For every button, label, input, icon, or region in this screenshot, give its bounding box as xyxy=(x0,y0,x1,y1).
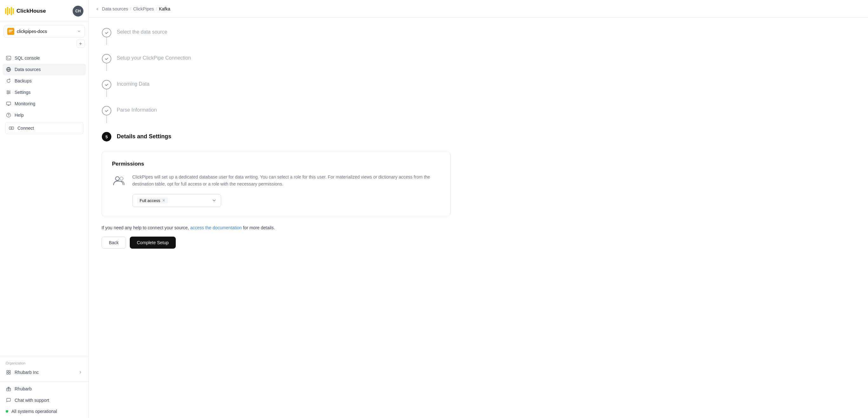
permissions-body: ClickPipes will set up a dedicated datab… xyxy=(112,173,440,207)
organization-section: Organization Rhubarb Inc xyxy=(0,356,89,382)
step-1-circle xyxy=(102,28,111,37)
sidebar-item-data-sources[interactable]: Data sources xyxy=(3,64,86,75)
sidebar-label-backups: Backups xyxy=(14,78,32,84)
workspace-chevron-icon xyxy=(77,29,81,34)
complete-setup-button[interactable]: Complete Setup xyxy=(130,236,176,249)
nav-section: SQL console Data sources Backups Setting… xyxy=(0,50,89,356)
permissions-description: ClickPipes will set up a dedicated datab… xyxy=(132,173,440,188)
sidebar-label-monitoring: Monitoring xyxy=(14,101,35,106)
monitor-icon xyxy=(6,101,11,106)
rhubarb-item[interactable]: Rhubarb xyxy=(3,383,86,394)
main-content: ‹ Data sources / ClickPipes / Kafka Sele… xyxy=(89,0,868,418)
step-3-row: Incoming Data xyxy=(101,80,855,106)
message-icon xyxy=(6,397,11,403)
terminal-icon xyxy=(6,55,11,61)
org-label: Organization xyxy=(3,360,86,367)
svg-rect-6 xyxy=(8,31,12,32)
add-workspace-button[interactable]: + xyxy=(76,40,85,48)
breadcrumb-back-button[interactable]: ‹ xyxy=(96,6,98,12)
breadcrumb-kafka: Kafka xyxy=(159,6,170,11)
svg-rect-2 xyxy=(9,8,10,14)
select-tag-remove[interactable]: ✕ xyxy=(162,198,165,203)
step-3-check-icon xyxy=(104,83,109,87)
chat-support-label: Chat with support xyxy=(14,398,49,403)
org-item[interactable]: Rhubarb Inc xyxy=(3,367,86,378)
connect-label: Connect xyxy=(18,126,34,131)
workspace-left: clickpipes-docs xyxy=(7,28,47,35)
svg-rect-21 xyxy=(9,373,10,374)
step-4-label: Parse Information xyxy=(117,106,157,113)
workspace-name: clickpipes-docs xyxy=(17,29,47,34)
sidebar-label-help: Help xyxy=(14,112,24,118)
breadcrumb-sep-2: / xyxy=(156,6,157,11)
gift-icon xyxy=(6,386,11,392)
step-4-row: Parse Information xyxy=(101,106,855,132)
breadcrumb: Data sources / ClickPipes / Kafka xyxy=(102,6,170,11)
sidebar-item-help[interactable]: Help xyxy=(3,109,86,121)
step-2-circle xyxy=(102,54,111,63)
step-2-label: Setup your ClickPipe Connection xyxy=(117,54,191,61)
workspace-selector[interactable]: clickpipes-docs xyxy=(4,25,85,38)
permissions-select-container: Full access ✕ xyxy=(132,194,440,207)
help-text-prefix: If you need any help to connect your sou… xyxy=(101,225,189,230)
status-item: All systems operational xyxy=(3,406,86,417)
step-2-line xyxy=(101,54,112,71)
org-chevron-icon xyxy=(79,370,83,375)
documentation-link[interactable]: access the documentation xyxy=(190,225,242,230)
back-button[interactable]: Back xyxy=(101,236,126,249)
action-buttons: Back Complete Setup xyxy=(101,236,855,249)
step-1-line xyxy=(101,28,112,45)
sidebar-item-sql-console[interactable]: SQL console xyxy=(3,52,86,64)
select-chevron-icon xyxy=(212,198,216,203)
sidebar-header: ClickHouse CH xyxy=(0,0,89,21)
svg-rect-7 xyxy=(8,32,10,33)
svg-point-11 xyxy=(7,91,8,92)
content-area: Select the data source Setup your ClickP… xyxy=(89,18,868,418)
step-5-circle: 5 xyxy=(102,132,111,141)
select-tag-label: Full access xyxy=(140,198,160,203)
step-2-connector xyxy=(106,63,107,71)
sidebar-item-monitoring[interactable]: Monitoring xyxy=(3,98,86,109)
help-circle-icon xyxy=(6,112,11,118)
org-name: Rhubarb Inc xyxy=(14,370,39,375)
sidebar-item-settings[interactable]: Settings xyxy=(3,87,86,98)
help-text: If you need any help to connect your sou… xyxy=(101,225,451,230)
permissions-users-icon xyxy=(112,173,126,187)
step-4-check-icon xyxy=(104,108,109,113)
step-5-line: 5 xyxy=(101,132,112,141)
app-name: ClickHouse xyxy=(17,8,46,14)
svg-rect-0 xyxy=(5,8,6,14)
step-3-line xyxy=(101,80,112,97)
chat-support-item[interactable]: Chat with support xyxy=(3,394,86,406)
svg-rect-20 xyxy=(7,373,8,374)
topbar: ‹ Data sources / ClickPipes / Kafka xyxy=(89,0,868,18)
connect-button[interactable]: Connect xyxy=(5,122,84,134)
permissions-select[interactable]: Full access ✕ xyxy=(132,194,221,207)
sidebar-item-backups[interactable]: Backups xyxy=(3,75,86,87)
svg-rect-19 xyxy=(9,371,10,372)
svg-rect-3 xyxy=(11,7,12,15)
rhubarb-label: Rhubarb xyxy=(14,386,32,391)
refresh-icon xyxy=(6,78,11,84)
sliders-icon xyxy=(6,90,11,95)
user-avatar[interactable]: CH xyxy=(73,6,84,17)
permissions-card: Permissions ClickPipes will set up a ded… xyxy=(101,152,451,216)
step-4-circle xyxy=(102,106,111,116)
help-text-suffix: for more details. xyxy=(243,225,275,230)
status-label: All systems operational xyxy=(11,409,57,414)
step-3-connector xyxy=(106,90,107,97)
step-5-label: Details and Settings xyxy=(117,132,171,140)
step-3-label: Incoming Data xyxy=(117,80,149,87)
svg-point-16 xyxy=(8,116,8,117)
step-1-connector xyxy=(106,37,107,45)
workspace-icon xyxy=(7,28,14,35)
step-1-check-icon xyxy=(104,30,109,35)
step-3-circle xyxy=(102,80,111,90)
step-4-line xyxy=(101,106,112,123)
svg-point-13 xyxy=(8,93,8,94)
svg-rect-18 xyxy=(7,371,8,372)
step-2-check-icon xyxy=(104,57,109,61)
step-5-row: 5 Details and Settings xyxy=(101,132,855,141)
breadcrumb-sep-1: / xyxy=(130,6,131,11)
svg-rect-1 xyxy=(7,7,8,15)
